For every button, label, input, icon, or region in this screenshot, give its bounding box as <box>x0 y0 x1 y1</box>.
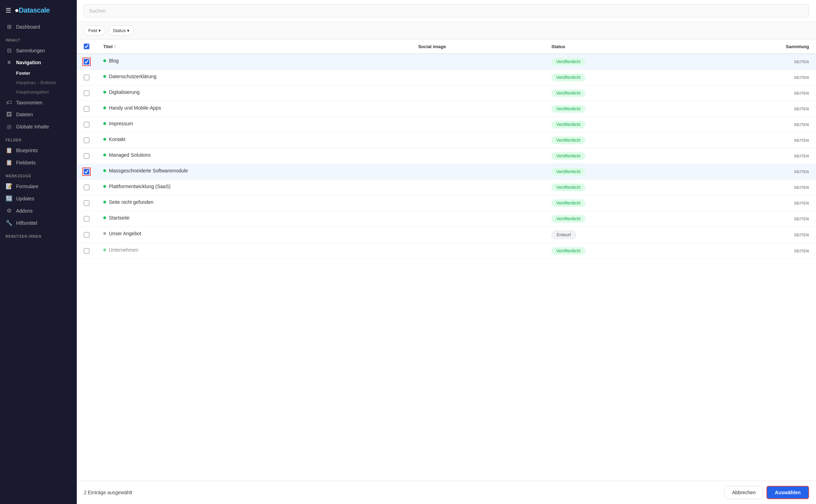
sidebar-item-dateien[interactable]: 🖼 Dateien <box>0 109 77 120</box>
row-title-text: Handy und Mobile-Apps <box>109 105 161 111</box>
sidebar-item-label: Fieldsets <box>16 160 36 165</box>
row-checkbox[interactable] <box>84 185 89 190</box>
sidebar-item-label: Taxonomien <box>16 100 43 105</box>
table-row: ImpressumVeröffentlichtSEITEN <box>77 117 816 133</box>
row-status: Entwurf <box>544 227 697 243</box>
status-dot-icon <box>103 75 106 78</box>
table-row: Massgeschneiderte SoftwaremoduleVeröffen… <box>77 164 816 180</box>
row-title-text: Datenschutzerklärung <box>109 74 156 79</box>
row-title-text: Seite nicht gefunden <box>109 199 154 205</box>
sidebar-item-updates[interactable]: 🔄 Updates <box>0 192 77 205</box>
taxonomien-icon: 🏷 <box>6 99 13 106</box>
row-status: Veröffentlicht <box>544 164 697 180</box>
sidebar-sub-item-footer[interactable]: Footer <box>0 68 77 78</box>
sidebar-item-fieldsets[interactable]: 📋 Fieldsets <box>0 156 77 169</box>
row-checkbox[interactable] <box>84 169 89 175</box>
cancel-button[interactable]: Abbrechen <box>725 486 763 499</box>
sidebar: ☰ ●Datascale ⊞ Dashboard INHALT ⊟ Sammlu… <box>0 0 77 504</box>
row-social-image <box>411 195 544 211</box>
row-social-image <box>411 211 544 227</box>
row-checkbox[interactable] <box>84 122 89 127</box>
row-status: Veröffentlicht <box>544 211 697 227</box>
row-checkbox[interactable] <box>84 200 89 206</box>
row-title-text: Blog <box>109 58 119 64</box>
row-checkbox[interactable] <box>84 153 89 159</box>
entries-table: Titel ↑ Social image Status Sammlung Blo… <box>77 39 816 259</box>
sidebar-item-blueprints[interactable]: 📋 Blueprints <box>0 144 77 156</box>
sidebar-item-addons[interactable]: ⚙ Addons <box>0 205 77 217</box>
row-social-image <box>411 243 544 259</box>
feld-filter-label: Feld <box>88 28 97 33</box>
row-status: Veröffentlicht <box>544 86 697 101</box>
row-title-text: Plattformentwicklung (SaaS) <box>109 184 171 189</box>
search-input[interactable] <box>84 4 809 17</box>
row-status: Veröffentlicht <box>544 180 697 195</box>
row-social-image <box>411 148 544 164</box>
col-header-title: Titel ↑ <box>96 39 411 54</box>
row-social-image <box>411 101 544 117</box>
sidebar-item-label: Updates <box>16 196 34 201</box>
col-header-collection: Sammlung <box>697 39 816 54</box>
row-title: Unser Angebot <box>96 227 411 240</box>
row-checkbox[interactable] <box>84 216 89 222</box>
addons-icon: ⚙ <box>6 207 13 214</box>
sidebar-item-globale-inhalte[interactable]: ◎ Globale Inhalte <box>0 120 77 133</box>
sidebar-section-werkzeuge: WERKZEUGE <box>0 169 77 180</box>
select-button[interactable]: Auswählen <box>766 486 809 499</box>
row-status: Veröffentlicht <box>544 54 697 70</box>
row-title-text: Unser Angebot <box>109 231 141 236</box>
feld-filter-button[interactable]: Feld ▾ <box>84 25 105 36</box>
sidebar-item-hilfsmittel[interactable]: 🔧 Hilfsmittel <box>0 217 77 229</box>
sidebar-section-felder: FELDER <box>0 133 77 144</box>
sort-arrow-icon: ↑ <box>114 44 116 49</box>
sidebar-item-dashboard[interactable]: ⊞ Dashboard <box>0 21 77 33</box>
sidebar-item-formulare[interactable]: 📝 Formulare <box>0 180 77 192</box>
row-checkbox[interactable] <box>84 248 89 254</box>
row-collection: SEITEN <box>697 133 816 148</box>
status-filter-button[interactable]: Status ▾ <box>108 25 134 36</box>
sidebar-sub-item-hauptnav-buttons[interactable]: Hauptnav. - Buttons <box>0 78 77 87</box>
sidebar-sub-label: Footer <box>16 71 30 76</box>
table-row: Seite nicht gefundenVeröffentlichtSEITEN <box>77 195 816 211</box>
status-badge: Veröffentlicht <box>551 136 585 144</box>
sidebar-item-taxonomien[interactable]: 🏷 Taxonomien <box>0 97 77 109</box>
sidebar-sub-item-hauptnavigation[interactable]: Hauptnavigation <box>0 87 77 97</box>
row-checkbox[interactable] <box>84 59 89 65</box>
col-header-social-image: Social image <box>411 39 544 54</box>
formulare-icon: 📝 <box>6 183 13 190</box>
row-title: Massgeschneiderte Softwaremodule <box>96 164 411 177</box>
row-social-image <box>411 86 544 101</box>
app-logo: ●Datascale <box>15 6 50 14</box>
select-all-checkbox[interactable] <box>84 44 89 49</box>
globale-inhalte-icon: ◎ <box>6 123 13 130</box>
sidebar-item-label: Sammlungen <box>16 48 45 53</box>
row-checkbox[interactable] <box>84 106 89 112</box>
row-collection: SEITEN <box>697 164 816 180</box>
row-social-image <box>411 227 544 243</box>
navigation-icon: ≡ <box>6 59 13 66</box>
row-social-image <box>411 54 544 70</box>
sidebar-item-navigation[interactable]: ≡ Navigation <box>0 57 77 68</box>
row-checkbox[interactable] <box>84 232 89 238</box>
footer-actions: Abbrechen Auswählen <box>725 486 809 499</box>
status-badge: Veröffentlicht <box>551 168 585 176</box>
status-badge: Veröffentlicht <box>551 74 585 81</box>
row-collection: SEITEN <box>697 243 816 259</box>
sidebar-section-inhalt: INHALT <box>0 33 77 44</box>
row-collection: SEITEN <box>697 101 816 117</box>
feld-chevron-icon: ▾ <box>98 28 101 33</box>
status-badge: Veröffentlicht <box>551 215 585 223</box>
fieldsets-icon: 📋 <box>6 159 13 166</box>
hamburger-icon[interactable]: ☰ <box>6 7 11 14</box>
row-checkbox[interactable] <box>84 90 89 96</box>
row-collection: SEITEN <box>697 148 816 164</box>
row-checkbox[interactable] <box>84 138 89 143</box>
status-dot-icon <box>103 216 106 219</box>
row-checkbox[interactable] <box>84 75 89 80</box>
sidebar-item-sammlungen[interactable]: ⊟ Sammlungen <box>0 44 77 57</box>
table-row: StartseiteVeröffentlichtSEITEN <box>77 211 816 227</box>
row-title: Blog <box>96 54 411 67</box>
sidebar-item-label: Addons <box>16 208 32 214</box>
row-social-image <box>411 70 544 86</box>
row-status: Veröffentlicht <box>544 101 697 117</box>
